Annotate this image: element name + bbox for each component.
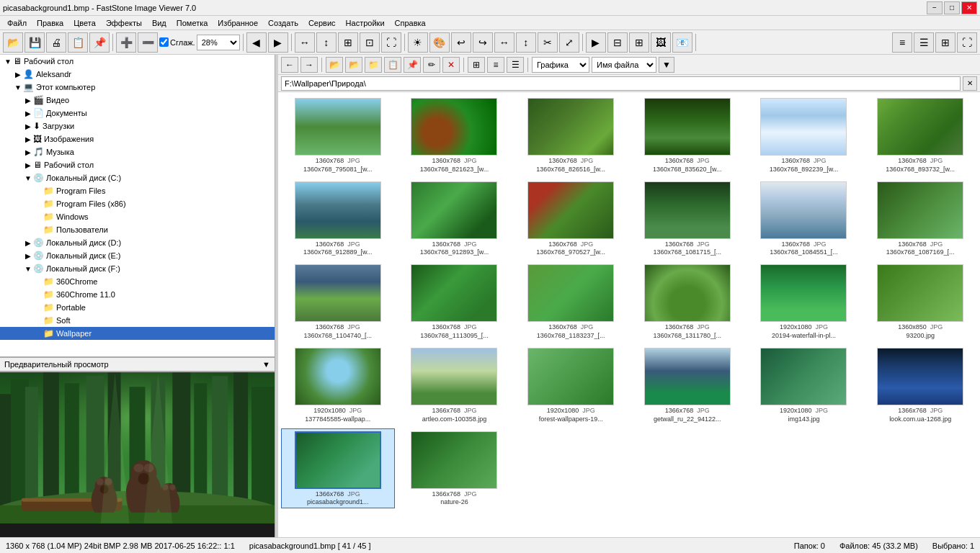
tree-item-users[interactable]: 📁Пользователи — [0, 223, 275, 236]
thumbnail-item-24[interactable]: 1366x768 JPGlook.com.ua-1268.jpg — [863, 345, 977, 426]
menu-item-справка[interactable]: Справка — [391, 17, 430, 29]
tree-item-360chrome11[interactable]: 📁360Chrome 11.0 — [0, 288, 275, 301]
flip-h-button[interactable]: ↔ — [494, 32, 514, 53]
nav-back-button[interactable]: ← — [281, 57, 298, 73]
save-button[interactable]: 💾 — [24, 32, 45, 53]
tree-item-downloads[interactable]: ▶⬇Загрузки — [0, 120, 275, 132]
tree-item-portable[interactable]: 📁Portable — [0, 301, 275, 314]
tree-item-program-files[interactable]: 📁Program Files — [0, 184, 275, 197]
view-list-button[interactable]: ≡ — [892, 32, 912, 53]
thumbnail-item-12[interactable]: 980x553 JPG1360x768_1087169_[... — [863, 179, 977, 259]
thumbnail-item-23[interactable]: 1920x1080 JPGimg143.jpg — [747, 345, 861, 426]
rotate-right-button[interactable]: ↪ — [473, 32, 493, 53]
open-btn[interactable]: 📂 — [326, 57, 343, 73]
thumbnail-item-26[interactable]: 1366x768 JPGnature-26 — [398, 428, 512, 509]
menu-item-цвета[interactable]: Цвета — [69, 17, 100, 29]
clipboard-button[interactable]: 📋 — [68, 32, 88, 53]
thumbnail-item-9[interactable]: 980x553 JPG1360x768_970527_[w... — [514, 179, 628, 259]
expand-icon-documents[interactable]: ▶ — [23, 109, 33, 117]
thumbnail-item-2[interactable]: 980x553 JPG1360x768_821623_[w... — [398, 95, 512, 176]
view-type-select[interactable]: Графика — [532, 57, 589, 73]
thumbnail-item-4[interactable]: 980x553 JPG1360x768_835620_[w... — [631, 95, 744, 176]
sort-by-select[interactable]: Имя файла — [592, 57, 656, 73]
zoom-select[interactable]: 28% — [197, 35, 240, 50]
tree-item-local-e[interactable]: ▶💿Локальный диск (E:) — [0, 249, 275, 262]
thumbnails-panel[interactable]: 980x553 JPG1360x768_795081_[w...1360x76… — [278, 92, 980, 537]
list-btn[interactable]: ≡ — [487, 57, 504, 73]
view-details-button[interactable]: ☰ — [914, 32, 934, 53]
menu-item-создать[interactable]: Создать — [264, 17, 303, 29]
nav-right-button[interactable]: ▶ — [268, 32, 288, 53]
open-folder2-btn[interactable]: 📁 — [365, 57, 382, 73]
fullscreen2-button[interactable]: ⛶ — [957, 32, 977, 53]
thumbnail-item-3[interactable]: 980x553 JPG1360x768_826516_[w... — [514, 95, 628, 176]
close-button[interactable]: ✕ — [961, 1, 977, 14]
zoom-out-button[interactable]: ➖ — [138, 32, 158, 53]
flip-v-button[interactable]: ↕ — [516, 32, 536, 53]
preview-collapse-icon[interactable]: ▼ — [262, 360, 270, 369]
tree-item-local-c[interactable]: ▼💿Локальный диск (C:) — [0, 171, 275, 184]
menu-item-пометка[interactable]: Пометка — [172, 17, 213, 29]
tree-item-images[interactable]: ▶🖼Изображения — [0, 132, 275, 145]
tree-item-video[interactable]: ▶🎬Видео — [0, 94, 275, 107]
thumbnail-item-10[interactable]: 980x553 JPG1360x768_1081715_[... — [631, 179, 744, 259]
minimize-button[interactable]: − — [927, 1, 943, 14]
menu-item-вид[interactable]: Вид — [148, 17, 171, 29]
delete-btn red[interactable]: ✕ — [442, 57, 460, 73]
tree-item-soft[interactable]: 📁Soft — [0, 314, 275, 327]
expand-icon-video[interactable]: ▶ — [23, 96, 33, 104]
menu-item-сервис[interactable]: Сервис — [304, 17, 340, 29]
tree-item-program-files-x86[interactable]: 📁Program Files (x86) — [0, 197, 275, 210]
expand-icon-local-d[interactable]: ▶ — [23, 239, 33, 247]
file-tree[interactable]: ▼🖥Рабочий стол▶👤Aleksandr▼💻Этот компьюте… — [0, 55, 275, 357]
wallpaper-button[interactable]: 🖼 — [651, 32, 671, 53]
tree-item-aleksandr[interactable]: ▶👤Aleksandr — [0, 68, 275, 81]
expand-icon-this-pc[interactable]: ▼ — [13, 84, 23, 91]
fullscreen-button[interactable]: ⛶ — [381, 32, 401, 53]
thumbnail-item-8[interactable]: 980x553 JPG1360x768_912893_[w... — [398, 179, 512, 259]
expand-icon-music[interactable]: ▶ — [23, 148, 33, 156]
thumbnail-item-19[interactable]: 1920x1080 JPG1377845585-wallpap... — [281, 345, 395, 426]
thumbnail-item-1[interactable]: 980x553 JPG1360x768_795081_[w... — [281, 95, 395, 176]
nav-forward-button[interactable]: → — [300, 57, 318, 73]
menu-item-правка[interactable]: Правка — [32, 17, 68, 29]
pin-button[interactable]: 📌 — [89, 32, 110, 53]
thumbnail-item-18[interactable]: 1360x850 JPG93200.jpg — [863, 261, 977, 342]
address-clear-button[interactable]: ✕ — [963, 76, 977, 91]
tree-item-wallpaper[interactable]: 📁Wallpaper — [0, 327, 275, 340]
expand-icon-local-c[interactable]: ▼ — [23, 174, 33, 182]
thumbnail-item-17[interactable]: 1920x1080 JPG20194-waterfall-in-pl... — [747, 261, 861, 342]
expand-icon-images[interactable]: ▶ — [23, 135, 33, 143]
copy-btn[interactable]: 📋 — [384, 57, 401, 73]
tree-item-documents[interactable]: ▶📄Документы — [0, 107, 275, 120]
tree-item-windows[interactable]: 📁Windows — [0, 210, 275, 223]
slideshow-button[interactable]: ▶ — [586, 32, 606, 53]
fit-height-button[interactable]: ↕ — [316, 32, 337, 53]
smooth-checkbox[interactable] — [159, 37, 169, 47]
thumbnail-item-15[interactable]: 980x553 JPG1360x768_1183237_[... — [514, 261, 628, 342]
nav-left-button[interactable]: ◀ — [246, 32, 267, 53]
brightness-button[interactable]: ☀ — [408, 32, 428, 53]
tree-item-local-f[interactable]: ▼💿Локальный диск (F:) — [0, 262, 275, 275]
resize-button[interactable]: ⤢ — [559, 32, 579, 53]
expand-icon-desktop2[interactable]: ▶ — [23, 161, 33, 169]
print-button[interactable]: 🖨 — [46, 32, 66, 53]
menu-item-эффекты[interactable]: Эффекты — [102, 17, 146, 29]
move-btn[interactable]: 📌 — [404, 57, 421, 73]
menu-item-файл[interactable]: Файл — [3, 17, 31, 29]
expand-icon-local-e[interactable]: ▶ — [23, 252, 33, 260]
thumbnail-item-16[interactable]: 980x553 JPG1360x768_1311780_[... — [631, 261, 744, 342]
thumbnail-item-22[interactable]: 1366x768 JPGgetwall_ru_22_94122... — [631, 345, 744, 426]
thumbnail-item-21[interactable]: 1920x1080 JPGforest-wallpapers-19... — [514, 345, 628, 426]
crop-button[interactable]: ✂ — [538, 32, 558, 53]
batch-button[interactable]: ⊞ — [629, 32, 649, 53]
menu-item-избранное[interactable]: Избранное — [213, 17, 262, 29]
tree-item-this-pc[interactable]: ▼💻Этот компьютер — [0, 81, 275, 94]
thumbnail-btn[interactable]: ⊞ — [468, 57, 485, 73]
thumbnail-item-6[interactable]: 980x553 JPG1360x768_893732_[w... — [863, 95, 977, 176]
thumbnail-item-14[interactable]: 980x553 JPG1360x768_1113095_[... — [398, 261, 512, 342]
tree-item-360chrome[interactable]: 📁360Chrome — [0, 275, 275, 288]
compare-button[interactable]: ⊟ — [607, 32, 628, 53]
thumbnail-item-7[interactable]: 980x553 JPG1360x768_912889_[w... — [281, 179, 395, 259]
expand-icon-local-f[interactable]: ▼ — [23, 265, 33, 273]
